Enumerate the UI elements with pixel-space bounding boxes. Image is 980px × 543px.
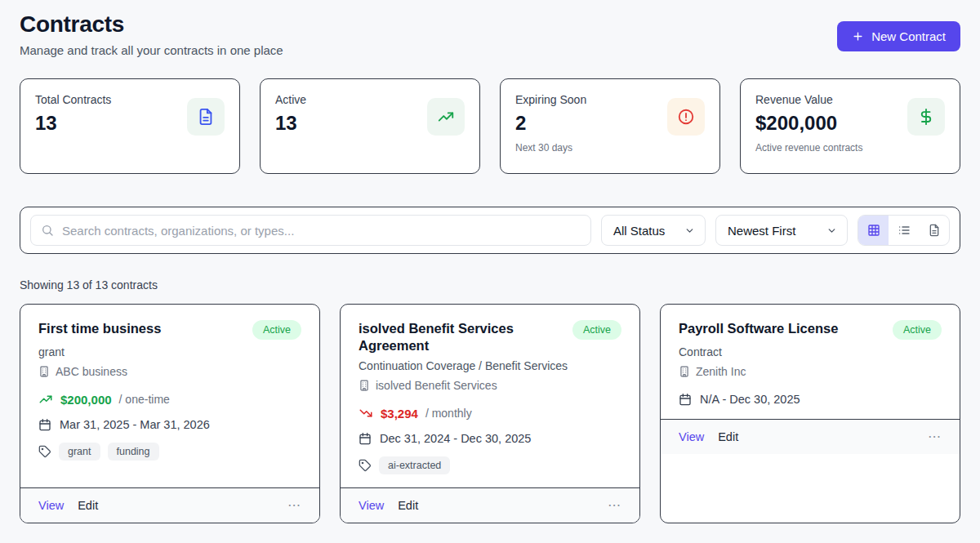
- contracts-grid: First time business Active grant ABC bus…: [20, 304, 960, 523]
- more-actions-button[interactable]: ⋯: [608, 499, 621, 512]
- calendar-icon: [359, 432, 372, 445]
- stats-row: Total Contracts 13 Active 13 Expiring So…: [20, 78, 960, 174]
- tag-chip: grant: [59, 443, 100, 461]
- tags-row: grant funding: [38, 443, 301, 461]
- organization-row: ABC business: [38, 365, 301, 378]
- stat-card-expiring-soon: Expiring Soon 2 Next 30 days: [500, 78, 720, 174]
- view-link[interactable]: View: [359, 499, 384, 512]
- contracts-page: Contracts Manage and track all your cont…: [0, 0, 980, 523]
- tags-row: ai-extracted: [359, 456, 621, 474]
- contract-type: grant: [38, 345, 301, 358]
- organization-row: isolved Benefit Services: [359, 379, 621, 392]
- view-toggle-group: [858, 215, 950, 246]
- more-actions-button[interactable]: ⋯: [928, 430, 942, 443]
- edit-link[interactable]: Edit: [718, 430, 738, 443]
- contract-card-first-time-business: First time business Active grant ABC bus…: [20, 304, 320, 523]
- trend-down-icon: [359, 406, 373, 421]
- contract-amount: $200,000: [60, 393, 112, 407]
- organization-name: Zenith Inc: [696, 365, 746, 378]
- edit-link[interactable]: Edit: [78, 499, 98, 512]
- search-wrap: [30, 215, 591, 246]
- status-filter-value: All Status: [613, 224, 665, 238]
- plus-icon: [852, 30, 864, 42]
- page-title: Contracts: [20, 11, 283, 38]
- calendar-icon: [38, 418, 51, 431]
- results-count: Showing 13 of 13 contracts: [20, 278, 960, 292]
- card-title-row: isolved Benefit Services Agreement Activ…: [359, 320, 621, 354]
- page-header: Contracts Manage and track all your cont…: [20, 11, 960, 57]
- card-title-row: First time business Active: [38, 320, 301, 340]
- view-link[interactable]: View: [38, 499, 64, 512]
- stat-card-total-contracts: Total Contracts 13: [20, 78, 240, 174]
- page-heading-group: Contracts Manage and track all your cont…: [20, 11, 283, 57]
- chevron-down-icon: [826, 225, 837, 236]
- building-icon: [359, 380, 370, 391]
- stat-text-group: Expiring Soon 2 Next 30 days: [515, 93, 586, 159]
- contract-title: isolved Benefit Services Agreement: [359, 320, 564, 354]
- status-badge: Active: [893, 320, 942, 340]
- trend-up-icon: [437, 108, 455, 126]
- dollar-icon: [917, 108, 935, 126]
- stat-value: 13: [35, 112, 111, 135]
- filters-toolbar: All Status Newest First: [20, 207, 960, 254]
- document-view-button[interactable]: [919, 216, 949, 245]
- document-icon: [928, 224, 941, 237]
- tag-icon: [359, 459, 372, 472]
- tag-chip: ai-extracted: [379, 456, 450, 474]
- contract-dates: N/A - Dec 30, 2025: [700, 393, 800, 406]
- more-actions-button[interactable]: ⋯: [287, 499, 301, 512]
- edit-link[interactable]: Edit: [398, 499, 418, 512]
- stat-icon-tile: [667, 98, 705, 136]
- stat-card-revenue-value: Revenue Value $200,000 Active revenue co…: [740, 78, 960, 174]
- document-icon: [197, 108, 215, 126]
- card-body: isolved Benefit Services Agreement Activ…: [341, 305, 639, 487]
- new-contract-button[interactable]: New Contract: [837, 21, 960, 51]
- stat-text-group: Active 13: [275, 93, 306, 159]
- page-subtitle: Manage and track all your contracts in o…: [20, 43, 283, 57]
- stat-label: Revenue Value: [755, 93, 862, 106]
- dates-row: Dec 31, 2024 - Dec 30, 2025: [359, 432, 621, 445]
- dates-row: Mar 31, 2025 - Mar 31, 2026: [38, 418, 301, 431]
- building-icon: [679, 366, 690, 377]
- stat-icon-tile: [187, 98, 225, 136]
- chevron-down-icon: [684, 225, 695, 236]
- contract-cadence: / one-time: [119, 393, 170, 406]
- search-icon: [41, 224, 54, 237]
- sort-filter-value: Newest First: [728, 224, 795, 238]
- stat-note: Next 30 days: [515, 142, 586, 154]
- card-body: Payroll Software License Active Contract…: [661, 305, 960, 419]
- stat-icon-tile: [427, 98, 465, 136]
- view-link[interactable]: View: [679, 430, 704, 443]
- organization-name: isolved Benefit Services: [376, 379, 497, 392]
- contract-title: Payroll Software License: [679, 320, 838, 337]
- contract-amount: $3,294: [381, 407, 418, 421]
- list-view-button[interactable]: [889, 216, 919, 245]
- stat-card-active: Active 13: [260, 78, 480, 174]
- contract-type: Continuation Coverage / Benefit Services: [359, 359, 621, 372]
- card-footer: View Edit ⋯: [341, 487, 639, 523]
- stat-value: 2: [515, 112, 586, 135]
- stat-text-group: Revenue Value $200,000 Active revenue co…: [755, 93, 862, 159]
- grid-view-button[interactable]: [858, 216, 889, 245]
- contract-dates: Dec 31, 2024 - Dec 30, 2025: [380, 432, 531, 445]
- trend-up-icon: [38, 392, 53, 407]
- alert-circle-icon: [677, 108, 695, 126]
- stat-value: $200,000: [755, 112, 862, 135]
- contract-cadence: / monthly: [425, 407, 472, 420]
- status-filter-select[interactable]: All Status: [601, 215, 706, 246]
- status-badge: Active: [572, 320, 621, 340]
- contract-dates: Mar 31, 2025 - Mar 31, 2026: [60, 418, 210, 431]
- stat-label: Total Contracts: [35, 93, 111, 106]
- stat-note: Active revenue contracts: [755, 142, 862, 154]
- sort-filter-select[interactable]: Newest First: [715, 215, 848, 246]
- stat-label: Active: [275, 93, 306, 106]
- contract-title: First time business: [38, 320, 161, 337]
- organization-name: ABC business: [56, 365, 127, 378]
- tag-icon: [38, 445, 51, 458]
- status-badge: Active: [252, 320, 301, 340]
- new-contract-label: New Contract: [871, 29, 946, 43]
- card-footer: View Edit ⋯: [20, 487, 319, 523]
- amount-row: $200,000 / one-time: [38, 392, 301, 407]
- amount-row: $3,294 / monthly: [359, 406, 621, 421]
- search-input[interactable]: [30, 215, 591, 246]
